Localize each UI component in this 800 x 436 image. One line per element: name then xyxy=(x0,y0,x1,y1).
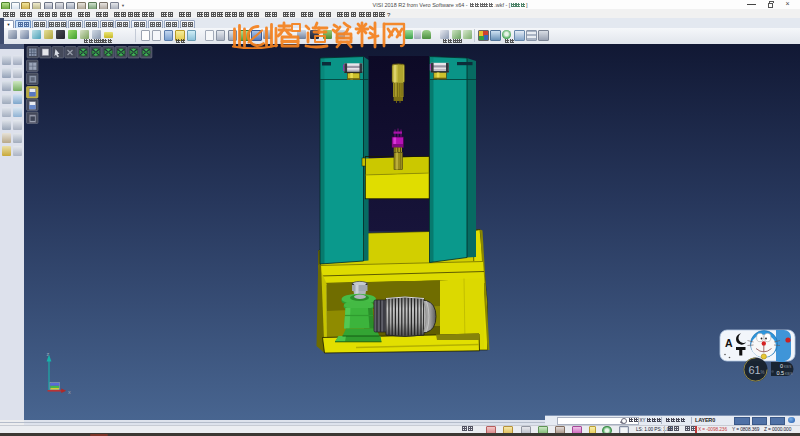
svg-text:61: 61 xyxy=(749,364,761,376)
svg-text:z: z xyxy=(47,351,50,357)
svg-text:KB/S: KB/S xyxy=(785,372,792,376)
svg-text:A: A xyxy=(725,337,733,349)
svg-text:0.5: 0.5 xyxy=(777,370,785,376)
svg-text:%: % xyxy=(761,370,765,375)
svg-text:KB/S: KB/S xyxy=(784,365,791,369)
svg-text:0: 0 xyxy=(780,363,783,369)
svg-text:x: x xyxy=(68,389,71,395)
